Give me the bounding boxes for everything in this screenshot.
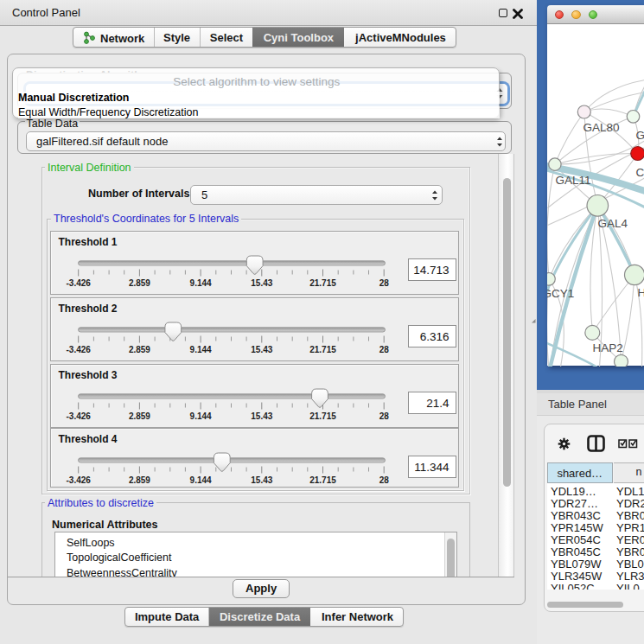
svg-text:G…: G… xyxy=(635,128,644,141)
svg-text:2.859: 2.859 xyxy=(128,345,150,354)
svg-text:28: 28 xyxy=(379,475,389,484)
svg-text:15.43: 15.43 xyxy=(251,278,272,288)
svg-text:-3.426: -3.426 xyxy=(66,411,91,420)
svg-text:21.715: 21.715 xyxy=(309,345,336,354)
svg-text:-3.426: -3.426 xyxy=(66,278,91,288)
svg-text:H: H xyxy=(637,285,644,298)
svg-text:15.43: 15.43 xyxy=(251,411,272,420)
svg-text:15.43: 15.43 xyxy=(251,475,272,484)
svg-text:9.144: 9.144 xyxy=(189,411,211,420)
svg-text:HAP2: HAP2 xyxy=(592,341,622,354)
svg-text:28: 28 xyxy=(379,278,389,288)
svg-text:21.715: 21.715 xyxy=(309,278,336,288)
svg-text:28: 28 xyxy=(379,411,389,420)
svg-text:-3.426: -3.426 xyxy=(66,475,91,484)
svg-text:21.715: 21.715 xyxy=(309,475,336,484)
svg-text:15.43: 15.43 xyxy=(251,345,272,354)
svg-text:2.859: 2.859 xyxy=(128,475,150,484)
svg-text:28: 28 xyxy=(379,345,389,354)
svg-text:9.144: 9.144 xyxy=(189,475,211,484)
svg-text:GAL11: GAL11 xyxy=(555,173,590,186)
svg-text:GCY1: GCY1 xyxy=(547,286,574,299)
svg-text:9.144: 9.144 xyxy=(189,345,211,354)
svg-text:21.715: 21.715 xyxy=(309,411,336,420)
svg-text:C: C xyxy=(635,165,644,178)
svg-text:2.859: 2.859 xyxy=(128,278,150,288)
svg-text:GAL80: GAL80 xyxy=(583,121,619,134)
svg-text:9.144: 9.144 xyxy=(189,278,211,288)
svg-text:-3.426: -3.426 xyxy=(66,345,91,354)
svg-text:2.859: 2.859 xyxy=(128,411,150,420)
svg-text:GAL4: GAL4 xyxy=(597,216,628,229)
